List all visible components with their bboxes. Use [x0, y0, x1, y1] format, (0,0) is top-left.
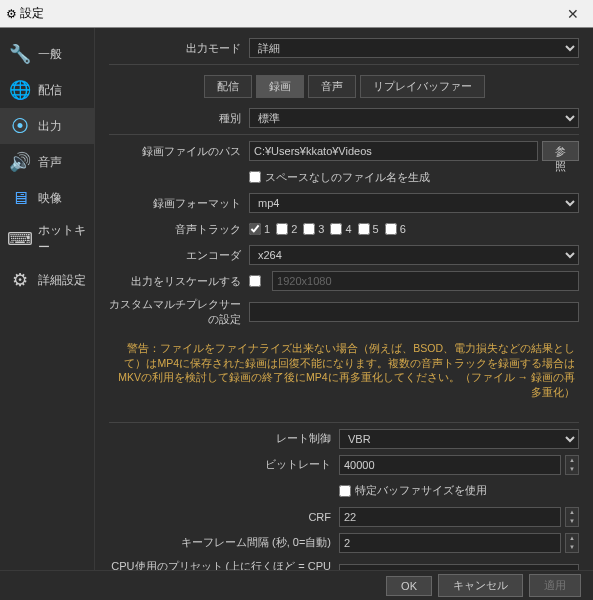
track5-checkbox[interactable]: [358, 223, 370, 235]
preset-select[interactable]: fast: [339, 564, 579, 570]
custbuf-label: 特定バッファサイズを使用: [355, 483, 487, 498]
sidebar-item-general[interactable]: 🔧一般: [0, 36, 94, 72]
wrench-icon: 🔧: [8, 42, 32, 66]
rate-select[interactable]: VBR: [339, 429, 579, 449]
encoder-select[interactable]: x264: [249, 245, 579, 265]
custbuf-checkbox[interactable]: [339, 485, 351, 497]
output-mode-label: 出力モード: [109, 41, 249, 56]
ok-button[interactable]: OK: [386, 576, 432, 596]
rec-type-label: 種別: [109, 111, 249, 126]
footer: OK キャンセル 適用: [0, 570, 593, 600]
track3-checkbox[interactable]: [303, 223, 315, 235]
rec-type-select[interactable]: 標準: [249, 108, 579, 128]
bitrate-spinner[interactable]: ▲▼: [565, 455, 579, 475]
keyboard-icon: ⌨: [8, 227, 32, 251]
title-icon: ⚙: [6, 7, 17, 21]
keyint-input[interactable]: [339, 533, 561, 553]
warning-text: 警告：ファイルをファイナライズ出来ない場合（例えば、BSOD、電力損失などの結果…: [109, 333, 579, 416]
rescale-label: 出力をリスケールする: [109, 274, 249, 289]
mux-label: カスタムマルチプレクサーの設定: [109, 297, 249, 327]
browse-button[interactable]: 参照: [542, 141, 579, 161]
monitor-icon: 🖥: [8, 186, 32, 210]
rec-format-label: 録画フォーマット: [109, 196, 249, 211]
crf-input[interactable]: [339, 507, 561, 527]
titlebar: ⚙ 設定 ✕: [0, 0, 593, 28]
rec-format-select[interactable]: mp4: [249, 193, 579, 213]
keyint-spinner[interactable]: ▲▼: [565, 533, 579, 553]
rec-path-label: 録画ファイルのパス: [109, 144, 249, 159]
track2-checkbox[interactable]: [276, 223, 288, 235]
tab-replay[interactable]: リプレイバッファー: [360, 75, 485, 98]
sidebar: 🔧一般 🌐配信 ⦿出力 🔊音声 🖥映像 ⌨ホットキー ⚙詳細設定: [0, 28, 95, 570]
bitrate-input[interactable]: [339, 455, 561, 475]
rec-path-input[interactable]: [249, 141, 538, 161]
rescale-input: [272, 271, 579, 291]
encoder-label: エンコーダ: [109, 248, 249, 263]
track1-checkbox[interactable]: [249, 223, 261, 235]
gear-icon: ⚙: [8, 268, 32, 292]
rescale-checkbox[interactable]: [249, 275, 261, 287]
cancel-button[interactable]: キャンセル: [438, 574, 523, 597]
sidebar-item-hotkeys[interactable]: ⌨ホットキー: [0, 216, 94, 262]
sidebar-item-stream[interactable]: 🌐配信: [0, 72, 94, 108]
sidebar-item-advanced[interactable]: ⚙詳細設定: [0, 262, 94, 298]
preset-label: CPU使用のプリセット (上に行くほど = CPU使用低い): [109, 559, 339, 570]
crf-label: CRF: [109, 511, 339, 523]
sidebar-item-output[interactable]: ⦿出力: [0, 108, 94, 144]
tab-recording[interactable]: 録画: [256, 75, 304, 98]
sidebar-item-audio[interactable]: 🔊音声: [0, 144, 94, 180]
rate-label: レート制御: [109, 431, 339, 446]
output-mode-select[interactable]: 詳細: [249, 38, 579, 58]
track4-checkbox[interactable]: [330, 223, 342, 235]
tracks-label: 音声トラック: [109, 222, 249, 237]
track6-checkbox[interactable]: [385, 223, 397, 235]
keyint-label: キーフレーム間隔 (秒, 0=自動): [109, 535, 339, 550]
speaker-icon: 🔊: [8, 150, 32, 174]
tab-stream[interactable]: 配信: [204, 75, 252, 98]
nospace-checkbox[interactable]: [249, 171, 261, 183]
sidebar-item-video[interactable]: 🖥映像: [0, 180, 94, 216]
mux-input[interactable]: [249, 302, 579, 322]
nospace-label: スペースなしのファイル名を生成: [265, 170, 430, 185]
window-title: 設定: [20, 5, 44, 22]
globe-icon: 🌐: [8, 78, 32, 102]
tabs: 配信 録画 音声 リプレイバッファー: [109, 75, 579, 98]
content-panel: 出力モード 詳細 配信 録画 音声 リプレイバッファー 種別 標準 録画ファイル…: [95, 28, 593, 570]
bitrate-label: ビットレート: [109, 457, 339, 472]
close-button[interactable]: ✕: [559, 6, 587, 22]
broadcast-icon: ⦿: [8, 114, 32, 138]
crf-spinner[interactable]: ▲▼: [565, 507, 579, 527]
tab-audio[interactable]: 音声: [308, 75, 356, 98]
apply-button[interactable]: 適用: [529, 574, 581, 597]
